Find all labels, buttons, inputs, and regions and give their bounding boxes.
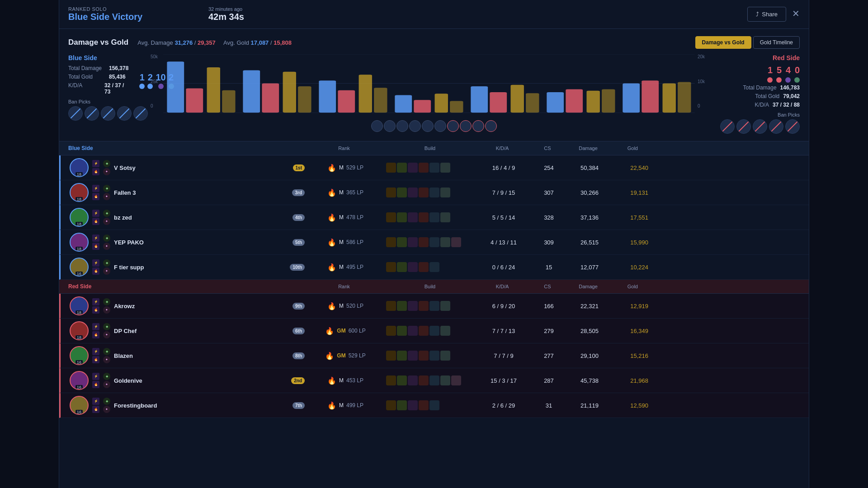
level-badge-4: 16 — [75, 410, 83, 414]
rune-2-4: ✦ — [103, 267, 110, 275]
spell-1-0: ⚡ — [92, 298, 99, 305]
red-stat-1: 1 — [768, 65, 773, 75]
th-rank-red: Rank — [303, 284, 385, 289]
share-button[interactable]: ⤴ Share — [747, 7, 786, 22]
table-row[interactable]: 18 ⚡ 🔥 ◈ ✦ Akrowz 9th 🔥 M 520 LP — [59, 294, 809, 319]
rank-flame-icon-3: 🔥 — [327, 376, 336, 385]
blue-total-damage-label: Total Damage — [68, 65, 109, 71]
cs-col-3: 287 — [531, 377, 567, 384]
table-row[interactable]: 18 ⚡ 🔥 ◈ ✦ V Sotsy 1st 🔥 M 529 LP — [59, 155, 809, 180]
rank-tier-4: M — [339, 402, 344, 408]
chart-champ-5 — [422, 120, 434, 132]
rank-flame-icon-0: 🔥 — [327, 164, 336, 172]
header: Ranked Solo Blue Side Victory 32 minutes… — [59, 0, 809, 29]
tab-damage-vs-gold[interactable]: Damage vs Gold — [695, 36, 751, 49]
table-row[interactable]: 16 ⚡ 🔥 ◈ ✦ Blazen 8th 🔥 GM 529 LP — [59, 343, 809, 368]
blue-ban-label: Ban Picks — [68, 99, 159, 104]
cs-col-2: 328 — [531, 214, 567, 221]
rune-icons-1: ◈ ✦ — [103, 323, 110, 338]
table-row[interactable]: 16 ⚡ 🔥 ◈ ✦ Forestingboard 7th 🔥 M 499 LP — [59, 393, 809, 418]
red-stat-4: 0 — [795, 65, 800, 75]
chart-champ-3 — [396, 120, 408, 132]
svg-rect-8 — [262, 84, 279, 113]
item-1 — [386, 326, 396, 336]
champ-avatar-3: 16 — [70, 371, 89, 390]
avg-gold-label: Avg. Gold — [223, 39, 249, 46]
spell-2-0: 🔥 — [92, 168, 99, 175]
rank-tier-0: M — [339, 303, 344, 309]
chart-red-side-stats: Red Side 1 5 4 0 — [709, 54, 800, 134]
spell-1-4: ⚡ — [92, 259, 99, 267]
blue-ban-1 — [68, 106, 83, 121]
player-name-3: Goldenive — [114, 377, 285, 384]
blue-total-damage-val: 156,378 — [109, 65, 128, 71]
rank-col-2: 🔥 GM 529 LP — [305, 352, 386, 360]
table-row[interactable]: 16 ⚡ 🔥 ◈ ✦ Goldenive 2nd 🔥 M 453 LP — [59, 368, 809, 393]
rank-tier-0: M — [339, 164, 344, 171]
rank-col-4: 🔥 M 495 LP — [305, 263, 386, 272]
item-4 — [419, 326, 429, 336]
player-col-4: 16 ⚡ 🔥 ◈ ✦ F tier supp 10th — [70, 258, 305, 277]
item-6 — [440, 212, 450, 222]
blue-ban-4 — [117, 106, 132, 121]
dmg-col-2: 37,136 — [567, 214, 612, 221]
spell-2-1: 🔥 — [92, 193, 99, 200]
level-badge-2: 16 — [75, 360, 83, 365]
champ-avatar-2: 18 — [70, 208, 89, 227]
modal-container: Ranked Solo Blue Side Victory 32 minutes… — [59, 0, 809, 488]
table-row[interactable]: 18 ⚡ 🔥 ◈ ✦ DP Chef 6th 🔥 GM 600 LP — [59, 319, 809, 343]
rank-badge-2: 8th — [292, 352, 305, 359]
svg-rect-25 — [587, 91, 600, 113]
chart-body: Blue Side Total Damage 156,378 Total Gol… — [68, 54, 800, 134]
item-6 — [440, 301, 450, 311]
item-5 — [429, 188, 439, 197]
rune-2-4: ✦ — [103, 406, 110, 413]
dmg-col-4: 12,077 — [567, 264, 612, 271]
rank-flame-icon-4: 🔥 — [327, 401, 336, 410]
item-2 — [397, 301, 407, 311]
cs-col-1: 307 — [531, 189, 567, 196]
player-col-2: 18 ⚡ 🔥 ◈ ✦ bz zed 4th — [70, 208, 305, 227]
item-2 — [397, 375, 407, 385]
dmg-col-1: 30,266 — [567, 189, 612, 196]
spell-icons-0: ⚡ 🔥 — [92, 298, 99, 314]
close-button[interactable]: ✕ — [792, 9, 800, 18]
rank-tier-1: M — [339, 189, 344, 196]
red-ban-label: Ban Picks — [709, 112, 800, 117]
tab-gold-timeline[interactable]: Gold Timeline — [753, 36, 800, 49]
item-4 — [419, 163, 429, 173]
chart-y-labels-left: 50k 25k 0 — [151, 54, 158, 108]
item-2 — [397, 400, 407, 410]
chart-stats: Avg. Damage 31,276 / 29,357 Avg. Gold 17… — [137, 39, 695, 46]
rank-col-2: 🔥 M 478 LP — [305, 213, 386, 222]
spell-2-4: 🔥 — [92, 267, 99, 275]
red-icon-2 — [776, 77, 782, 83]
rank-lp-0: 520 LP — [346, 303, 363, 309]
item-1 — [386, 301, 396, 311]
table-row[interactable]: 16 ⚡ 🔥 ◈ ✦ F tier supp 10th 🔥 M 495 LP — [59, 255, 809, 280]
rank-flame-icon-1: 🔥 — [325, 327, 334, 335]
red-ban-3 — [753, 119, 767, 134]
player-col-0: 18 ⚡ 🔥 ◈ ✦ V Sotsy 1st — [70, 158, 305, 177]
red-stat-2: 5 — [777, 65, 782, 75]
item-1 — [386, 400, 396, 410]
item-2 — [397, 188, 407, 197]
red-kda-val: 37 / 32 / 88 — [773, 102, 800, 108]
level-badge-2: 18 — [75, 222, 83, 226]
champ-avatar-2: 16 — [70, 346, 89, 365]
svg-rect-7 — [243, 70, 260, 113]
kda-col-3: 4 / 13 / 11 — [476, 239, 531, 246]
spell-1-1: ⚡ — [92, 185, 99, 192]
th-blue-side: Blue Side — [68, 145, 303, 151]
blue-total-gold-val: 85,436 — [109, 74, 126, 80]
rune-1-2: ◈ — [103, 348, 110, 355]
table-row[interactable]: 18 ⚡ 🔥 ◈ ✦ Fallen 3 3rd 🔥 M 365 LP — [59, 180, 809, 205]
chart-champ-10 — [485, 120, 497, 132]
spell-2-0: 🔥 — [92, 306, 99, 314]
item-3 — [408, 262, 418, 272]
table-row[interactable]: 18 ⚡ 🔥 ◈ ✦ bz zed 4th 🔥 M 478 LP — [59, 205, 809, 230]
kda-col-4: 0 / 6 / 24 — [476, 264, 531, 271]
table-row[interactable]: 18 ⚡ 🔥 ◈ ✦ YEP PAKO 5th 🔥 M 586 LP — [59, 230, 809, 255]
spell-2-1: 🔥 — [92, 331, 99, 338]
blue-ban-icons — [68, 106, 159, 121]
